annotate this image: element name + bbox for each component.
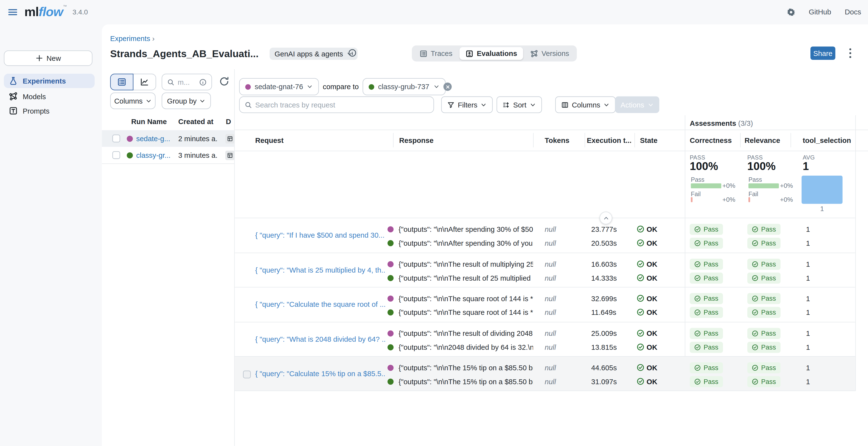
relevance-pass-chip: Pass: [747, 259, 780, 269]
trace-row-group[interactable]: { "query": "Calculate the square root of…: [235, 287, 855, 322]
run-row-classy-grub[interactable]: classy-gr... 3 minutes a...: [102, 147, 234, 164]
github-link[interactable]: GitHub: [809, 8, 831, 16]
correctness-pass-chip: Pass: [690, 306, 723, 318]
chip-label: Pass: [761, 308, 776, 316]
trace-row-group[interactable]: { "query": "Calculate 15% tip on a $85.5…: [235, 356, 855, 391]
run-checkbox[interactable]: [112, 151, 120, 159]
chip-label: Pass: [704, 225, 718, 233]
relevance-fail-label: Fail: [748, 190, 758, 197]
trace-row-group[interactable]: { "query": "What is 2048 divided by 64? …: [235, 322, 855, 356]
tool-selection-metric-label: AVG: [803, 154, 815, 160]
correctness-pass-delta: +0%: [722, 182, 736, 189]
run-a-dot: [388, 226, 394, 232]
correctness-pass-chip: Pass: [690, 224, 723, 235]
run-a-dot: [388, 364, 394, 370]
new-button-label: New: [46, 54, 61, 62]
columns-label: Columns: [572, 101, 600, 109]
run-row-sedate-gnat[interactable]: sedate-g... 2 minutes a...: [102, 130, 234, 147]
run-name-link[interactable]: sedate-g...: [136, 135, 173, 143]
run-b-name: classy-grub-737: [378, 83, 429, 91]
refresh-icon[interactable]: [219, 76, 230, 87]
sidebar: New Experiments Models Prompts: [0, 24, 102, 446]
tab-versions[interactable]: Versions: [524, 47, 575, 60]
tokens-cell: null: [545, 225, 556, 233]
sidebar-item-prompts[interactable]: Prompts: [4, 103, 95, 118]
chart-view-toggle[interactable]: [133, 74, 156, 90]
col-tool-selection[interactable]: tool_selection: [803, 136, 851, 145]
runs-search-input[interactable]: [178, 78, 196, 86]
tokens-cell: null: [545, 273, 556, 282]
docs-link[interactable]: Docs: [845, 8, 861, 16]
state-label: OK: [647, 308, 657, 316]
col-correctness[interactable]: Correctness: [690, 136, 732, 145]
tab-evaluations[interactable]: Evaluations: [460, 47, 523, 60]
list-view-toggle[interactable]: [110, 74, 133, 90]
col-relevance[interactable]: Relevance: [744, 136, 780, 145]
col-response[interactable]: Response: [399, 136, 434, 145]
correctness-fail-label: Fail: [691, 190, 701, 197]
sidebar-item-models[interactable]: Models: [4, 89, 95, 103]
col-execution-time[interactable]: Execution t...: [587, 136, 631, 145]
run-a-selector[interactable]: sedate-gnat-76: [239, 78, 319, 95]
run-checkbox[interactable]: [112, 135, 120, 142]
state-cell: OK: [637, 294, 657, 302]
trace-row-group[interactable]: { "query": "What is 25 multiplied by 4, …: [235, 252, 855, 287]
tool-selection-cell: 1: [806, 273, 810, 282]
relevance-pass-chip: Pass: [747, 293, 780, 304]
info-icon[interactable]: [348, 49, 356, 57]
trace-search-input[interactable]: [255, 101, 428, 109]
collapse-summary-button[interactable]: [599, 211, 612, 224]
hamburger-menu-icon[interactable]: [8, 7, 18, 17]
chevron-down-icon: [530, 101, 536, 108]
runs-columns-button[interactable]: Columns: [110, 93, 155, 109]
run-b-dot: [388, 275, 394, 281]
execution-time-cell: 11.649s: [591, 308, 616, 316]
columns-button[interactable]: Columns: [555, 96, 616, 113]
runs-col-dataset: D: [226, 118, 231, 126]
sort-button[interactable]: Sort: [496, 96, 542, 113]
trace-row-group[interactable]: { "query": "If I have $500 and spend 30.…: [235, 218, 855, 252]
sidebar-item-experiments[interactable]: Experiments: [4, 74, 95, 88]
tool-selection-cell: 1: [806, 294, 810, 302]
settings-gear-icon[interactable]: [787, 8, 796, 17]
state-cell: OK: [637, 225, 657, 233]
response-cell: {"outputs": "\n\nAfter spending 30% of y…: [399, 239, 533, 247]
breadcrumb-experiments-link[interactable]: Experiments: [110, 34, 150, 43]
execution-time-cell: 20.503s: [591, 239, 617, 247]
state-label: OK: [647, 363, 657, 372]
state-cell: OK: [637, 308, 657, 316]
variant-row-a: {"outputs": "\n\nThe square root of 144 …: [235, 291, 855, 305]
run-b-dot: [388, 344, 394, 350]
state-label: OK: [647, 377, 657, 385]
run-name-link[interactable]: classy-gr...: [136, 151, 173, 159]
tool-selection-cell: 1: [806, 363, 810, 372]
runs-groupby-button[interactable]: Group by: [162, 93, 211, 109]
tokens-cell: null: [545, 363, 556, 372]
chevron-down-icon: [433, 84, 439, 90]
col-state[interactable]: State: [640, 136, 658, 145]
execution-time-cell: 25.009s: [591, 329, 617, 337]
close-compare-icon[interactable]: [443, 83, 452, 91]
tool-selection-bar: [802, 176, 843, 204]
filters-button[interactable]: Filters: [441, 96, 493, 113]
correctness-pass-chip: Pass: [690, 362, 723, 373]
share-button[interactable]: Share: [810, 47, 835, 60]
tab-traces[interactable]: Traces: [413, 47, 458, 60]
dataset-badge-icon[interactable]: [225, 151, 235, 160]
chip-label: Pass: [704, 378, 718, 385]
relevance-pass-bar: [748, 183, 779, 188]
run-a-dot: [388, 330, 394, 336]
col-request[interactable]: Request: [255, 136, 283, 145]
version-label: 3.4.0: [72, 8, 88, 16]
new-button[interactable]: New: [4, 50, 93, 66]
kebab-menu-icon[interactable]: [846, 47, 854, 59]
tab-label: Traces: [431, 49, 452, 58]
col-tokens[interactable]: Tokens: [545, 136, 569, 145]
mlflow-app: mlflow™ 3.4.0 GitHub Docs New Experiment…: [0, 0, 868, 446]
experiment-type-pill[interactable]: GenAI apps & agents: [270, 48, 358, 60]
dataset-badge-icon[interactable]: [225, 134, 235, 144]
run-b-selector[interactable]: classy-grub-737: [363, 78, 445, 95]
page-title: Strands_Agents_AB_Evaluati...: [110, 48, 258, 60]
variant-row-b: {"outputs": "\n\nAfter spending 30% of y…: [235, 236, 855, 250]
chip-label: Pass: [704, 308, 718, 316]
